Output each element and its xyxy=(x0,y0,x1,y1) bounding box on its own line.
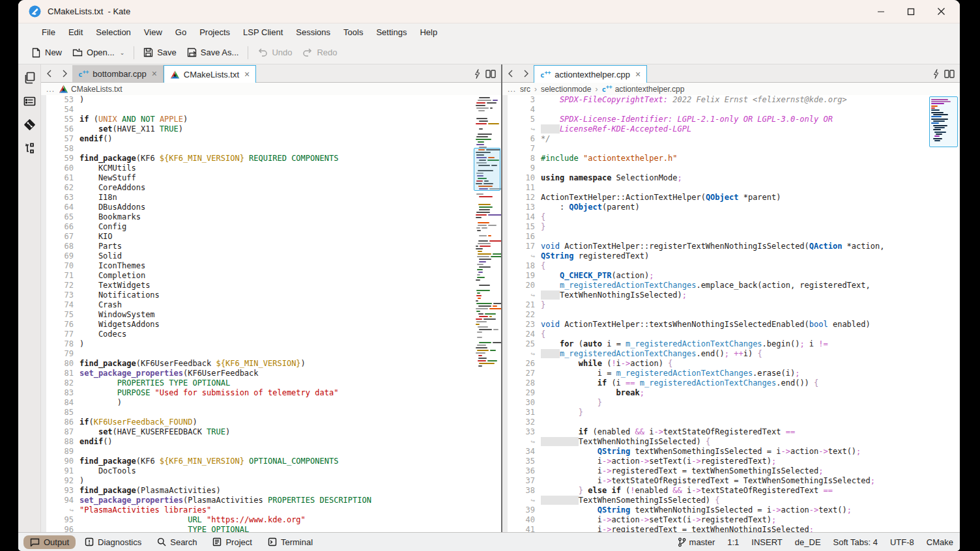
left-icon-border xyxy=(41,95,46,532)
code-line: 22 xyxy=(508,310,960,320)
menu-item-edit[interactable]: Edit xyxy=(62,23,89,41)
menu-item-view[interactable]: View xyxy=(137,23,169,41)
menu-item-selection[interactable]: Selection xyxy=(89,23,137,41)
statusbar-master[interactable]: master xyxy=(678,537,715,547)
close-tab-icon[interactable]: × xyxy=(635,69,641,79)
breadcrumb-item[interactable]: CMakeLists.txt xyxy=(59,85,122,94)
line-number: 10 xyxy=(508,173,541,183)
minimap-viewport[interactable] xyxy=(474,148,500,191)
git-icon[interactable] xyxy=(23,118,36,132)
open-button[interactable]: Open...⌄ xyxy=(67,44,130,62)
split-view-icon[interactable] xyxy=(944,70,955,78)
back-icon[interactable] xyxy=(41,65,57,82)
breadcrumb-ellipsis[interactable]: ... xyxy=(46,85,55,94)
line-number: 40 xyxy=(508,515,541,525)
close-button[interactable] xyxy=(926,0,956,23)
code-line: 80find_package(KF6UserFeedback ${KF6_MIN… xyxy=(46,359,501,369)
menu-item-go[interactable]: Go xyxy=(169,23,193,41)
save-as-button[interactable]: Save As... xyxy=(182,44,244,62)
line-number: 54 xyxy=(46,105,79,115)
maximize-button[interactable] xyxy=(896,0,926,23)
close-tab-icon[interactable]: × xyxy=(152,68,157,79)
line-number: 15 xyxy=(508,222,541,232)
quick-open-lightning-icon[interactable] xyxy=(474,69,480,79)
tab-CMakeLists.txt[interactable]: CMakeLists.txt× xyxy=(164,65,256,83)
line-number: 85 xyxy=(46,408,79,417)
statusbar-de_de[interactable]: de_DE xyxy=(795,537,821,547)
breadcrumb-ellipsis[interactable]: ... xyxy=(508,85,516,94)
code-line: 56 set(HAVE_X11 TRUE) xyxy=(46,124,501,134)
code-line: 27 i = m_registeredActionTextChanges.era… xyxy=(508,369,960,378)
line-number: 86 xyxy=(46,417,79,427)
code-line: 87 set(HAVE_KUSERFEEDBACK TRUE) xyxy=(46,427,501,437)
line-number: 5 xyxy=(508,115,541,124)
breadcrumb-item[interactable]: selectionmode xyxy=(541,85,591,94)
line-number: 8 xyxy=(508,154,541,163)
statusbar-project-button[interactable]: Project xyxy=(206,535,258,549)
statusbar-soft-tabs-4[interactable]: Soft Tabs: 4 xyxy=(833,537,878,547)
menu-item-help[interactable]: Help xyxy=(413,23,444,41)
save-icon xyxy=(143,48,153,57)
project-icon xyxy=(212,537,222,546)
split-view-icon[interactable] xyxy=(485,70,496,78)
statusbar-search-button[interactable]: Search xyxy=(151,535,203,549)
line-number: 13 xyxy=(508,203,541,212)
code-line: 78) xyxy=(46,339,501,349)
line-number: 67 xyxy=(46,232,79,242)
left-editor[interactable]: 53)5455if (UNIX AND NOT APPLE)56 set(HAV… xyxy=(41,95,501,532)
code-line: 81set_package_properties(KF6UserFeedback xyxy=(46,369,501,378)
menu-item-settings[interactable]: Settings xyxy=(369,23,413,41)
window-title: CMakeLists.txt - Kate xyxy=(48,7,130,16)
code-line: 84 ) xyxy=(46,398,501,408)
line-number: 78 xyxy=(46,339,79,349)
minimize-button[interactable] xyxy=(866,0,896,23)
quick-open-lightning-icon[interactable] xyxy=(933,69,939,79)
statusbar-utf-8[interactable]: UTF-8 xyxy=(890,537,914,547)
statusbar-1-1[interactable]: 1:1 xyxy=(727,537,739,547)
menu-item-file[interactable]: File xyxy=(35,23,62,41)
documents-icon[interactable] xyxy=(23,71,36,85)
line-number: 31 xyxy=(508,408,541,417)
forward-icon[interactable] xyxy=(57,65,72,82)
new-button[interactable]: New xyxy=(26,44,67,62)
line-number: 70 xyxy=(46,261,79,271)
close-tab-icon[interactable]: × xyxy=(244,69,250,79)
right-editor[interactable]: 3 SPDX-FileCopyrightText: 2022 Felix Ern… xyxy=(502,95,960,532)
cpp-file-icon: c++ xyxy=(78,69,89,79)
line-number: 63 xyxy=(46,193,79,203)
line-number: 64 xyxy=(46,203,79,212)
save-button[interactable]: Save xyxy=(138,44,182,62)
menu-item-tools[interactable]: Tools xyxy=(337,23,369,41)
code-line: 17void ActionTextHelper::registerTextWhe… xyxy=(508,242,960,251)
forward-icon[interactable] xyxy=(518,65,534,82)
breadcrumb-item[interactable]: c++actiontexthelper.cpp xyxy=(601,84,684,94)
statusbar-terminal-button[interactable]: Terminal xyxy=(261,535,319,549)
line-number: 25 xyxy=(508,339,541,349)
code-line: 7 xyxy=(508,144,960,154)
tab-bottombar.cpp[interactable]: c++bottombar.cpp× xyxy=(72,65,164,82)
left-minimap[interactable] xyxy=(475,96,500,532)
statusbar-diagnostics-button[interactable]: Diagnostics xyxy=(78,535,148,549)
output-icon xyxy=(30,537,40,546)
line-number: 3 xyxy=(508,95,541,105)
right-breadcrumb: ...src›selectionmode›c++actiontexthelper… xyxy=(502,83,960,95)
menu-item-projects[interactable]: Projects xyxy=(193,23,237,41)
statusbar-output-button[interactable]: Output xyxy=(23,535,76,549)
screen: CMakeLists.txt - Kate FileEditSelectionV… xyxy=(0,0,980,551)
statusbar-insert[interactable]: INSERT xyxy=(751,537,782,547)
tab-actiontexthelper.cpp[interactable]: c++actiontexthelper.cpp× xyxy=(534,65,647,83)
statusbar: OutputDiagnosticsSearchProjectTerminal m… xyxy=(18,532,960,551)
code-line: 54 xyxy=(46,105,501,115)
menu-item-lsp-client[interactable]: LSP Client xyxy=(237,23,289,41)
line-number: 72 xyxy=(46,281,79,290)
call-tree-icon[interactable] xyxy=(23,141,36,155)
redo-button: Redo xyxy=(297,44,342,62)
cmake-icon xyxy=(170,70,180,79)
right-minimap[interactable] xyxy=(929,96,958,147)
code-line: 53) xyxy=(46,95,501,105)
back-icon[interactable] xyxy=(502,65,518,82)
breadcrumb-item[interactable]: src xyxy=(520,85,530,94)
statusbar-cmake[interactable]: CMake xyxy=(927,537,953,547)
menu-item-sessions[interactable]: Sessions xyxy=(289,23,337,41)
list-details-icon[interactable] xyxy=(23,94,36,108)
